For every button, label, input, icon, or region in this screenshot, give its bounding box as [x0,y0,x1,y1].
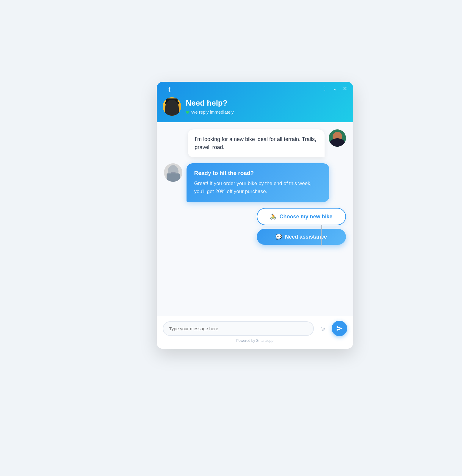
chat-scene: ⤢ ⋮ ⌄ ✕ Need help? We [115,82,347,394]
agent-avatar [163,97,181,116]
input-row: ☺ [163,321,347,336]
chat-widget: ⤢ ⋮ ⌄ ✕ Need help? We [157,82,353,349]
header-controls: ⋮ ⌄ ✕ [163,82,347,94]
powered-by: Powered by Smartsupp [163,339,347,343]
bot-bubble-text: Great! If you order your bike by the end… [194,179,322,195]
header-info: Need help? We reply immediately [163,94,347,122]
bot-message-row: Ready to hit the road? Great! If you ord… [164,163,346,202]
user-message-text: I'm looking for a new bike ideal for all… [195,136,317,150]
action-buttons-row: 🚴 Choose my new bike 💬 Need assistance [164,208,346,245]
need-assistance-button[interactable]: 💬 Need assistance [257,229,346,245]
chat-header: ⤢ ⋮ ⌄ ✕ Need help? We [157,82,353,122]
close-icon[interactable]: ✕ [343,85,347,92]
header-status: We reply immediately [186,109,234,115]
chat-title: Need help? [186,98,234,108]
chevron-down-icon[interactable]: ⌄ [333,85,337,92]
menu-dots-icon[interactable]: ⋮ [322,85,328,92]
user-avatar [329,129,346,147]
bike-emoji-icon: 🚴 [270,213,276,220]
bot-bubble-title: Ready to hit the road? [194,170,322,176]
choose-bike-label: Choose my new bike [279,214,332,220]
header-text: Need help? We reply immediately [186,98,234,115]
send-icon [336,325,343,332]
bot-bubble: Ready to hit the road? Great! If you ord… [187,163,329,202]
user-bubble: I'm looking for a new bike ideal for all… [188,129,325,157]
message-input[interactable] [163,321,314,336]
send-button[interactable] [332,321,347,336]
choose-bike-button[interactable]: 🚴 Choose my new bike [257,208,346,225]
user-message-row: I'm looking for a new bike ideal for all… [164,129,346,157]
chat-bubble-icon: 💬 [275,234,282,240]
online-status-dot [186,111,189,114]
chat-input-area: ☺ Powered by Smartsupp [157,316,353,349]
chat-body: I'm looking for a new bike ideal for all… [157,122,353,316]
status-text: We reply immediately [191,109,234,115]
emoji-picker-button[interactable]: ☺ [317,323,328,334]
need-assistance-label: Need assistance [285,234,327,240]
bot-avatar [164,163,182,182]
